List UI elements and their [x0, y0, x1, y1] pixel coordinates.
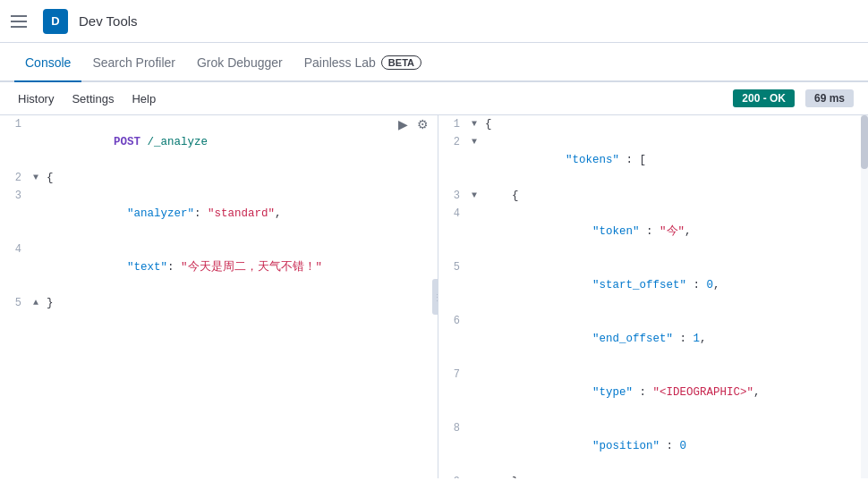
- right-line-9: 9 ▲ },: [438, 473, 868, 478]
- left-code-editor[interactable]: 1 POST /_analyze ▶ ⚙ 2 ▼ { 3: [0, 115, 438, 478]
- left-content-5: }: [43, 294, 54, 312]
- left-line-num-1: 1: [0, 115, 29, 133]
- timing-badge: 69 ms: [805, 89, 854, 107]
- tab-grok-debugger[interactable]: Grok Debugger: [186, 45, 294, 82]
- left-content-2: {: [43, 169, 54, 187]
- left-content-3: "analyzer": "standard",: [43, 187, 282, 240]
- app-icon: D: [43, 9, 68, 34]
- nav-tabs: Console Search Profiler Grok Debugger Pa…: [0, 43, 868, 82]
- left-line-num-2: 2: [0, 169, 29, 187]
- left-content-1: POST /_analyze: [43, 115, 208, 169]
- scroll-thumb[interactable]: [861, 115, 868, 169]
- right-pane: 1 ▼ { 2 ▼ "tokens" : [ 3 ▼ { 4: [438, 115, 868, 478]
- tab-painless-lab[interactable]: Painless Lab BETA: [294, 45, 432, 82]
- left-content-4: "text": "今天是周二，天气不错！": [43, 240, 322, 294]
- right-code-editor[interactable]: 1 ▼ { 2 ▼ "tokens" : [ 3 ▼ { 4: [438, 115, 868, 478]
- beta-badge: BETA: [381, 55, 421, 70]
- app-title: Dev Tools: [79, 13, 138, 29]
- left-line-2: 2 ▼ {: [0, 169, 438, 187]
- right-line-1: 1 ▼ {: [438, 115, 868, 133]
- tab-search-profiler-label: Search Profiler: [92, 55, 175, 70]
- right-line-4: 4 "token" : "今",: [438, 205, 868, 258]
- left-line-4: 4 "text": "今天是周二，天气不错！": [0, 240, 438, 294]
- left-line-3: 3 "analyzer": "standard",: [0, 187, 438, 240]
- left-arrow-5[interactable]: ▲: [29, 294, 43, 312]
- left-line-1: 1 POST /_analyze ▶ ⚙: [0, 115, 438, 169]
- top-bar: D Dev Tools: [0, 0, 868, 43]
- left-line-num-4: 4: [0, 240, 29, 258]
- left-line-5: 5 ▲ }: [0, 294, 438, 312]
- run-button[interactable]: ▶: [396, 117, 410, 131]
- history-button[interactable]: History: [14, 90, 57, 107]
- right-line-8: 8 "position" : 0: [438, 419, 868, 473]
- left-line-num-5: 5: [0, 294, 29, 312]
- pane-divider[interactable]: ⋮: [432, 279, 438, 315]
- tools-button[interactable]: ⚙: [415, 117, 430, 131]
- main-area: 1 POST /_analyze ▶ ⚙ 2 ▼ { 3: [0, 115, 868, 478]
- right-line-2: 2 ▼ "tokens" : [: [438, 133, 868, 187]
- tab-painless-lab-label: Painless Lab: [304, 55, 376, 70]
- right-line-6: 6 "end_offset" : 1,: [438, 312, 868, 366]
- left-pane: 1 POST /_analyze ▶ ⚙ 2 ▼ { 3: [0, 115, 438, 478]
- tab-console[interactable]: Console: [14, 45, 81, 82]
- tab-search-profiler[interactable]: Search Profiler: [81, 45, 186, 82]
- right-line-3: 3 ▼ {: [438, 187, 868, 205]
- tab-grok-debugger-label: Grok Debugger: [197, 55, 283, 70]
- left-arrow-2[interactable]: ▼: [29, 169, 43, 187]
- settings-button[interactable]: Settings: [68, 90, 117, 107]
- toolbar: History Settings Help 200 - OK 69 ms: [0, 82, 868, 115]
- action-icons: ▶ ⚙: [396, 115, 430, 133]
- right-line-5: 5 "start_offset" : 0,: [438, 258, 868, 312]
- left-line-num-3: 3: [0, 187, 29, 205]
- status-badge: 200 - OK: [733, 89, 795, 107]
- tab-console-label: Console: [25, 55, 71, 70]
- scroll-track[interactable]: [861, 115, 868, 478]
- help-button[interactable]: Help: [128, 90, 159, 107]
- right-line-7: 7 "type" : "<IDEOGRAPHIC>",: [438, 366, 868, 419]
- hamburger-button[interactable]: [11, 11, 32, 32]
